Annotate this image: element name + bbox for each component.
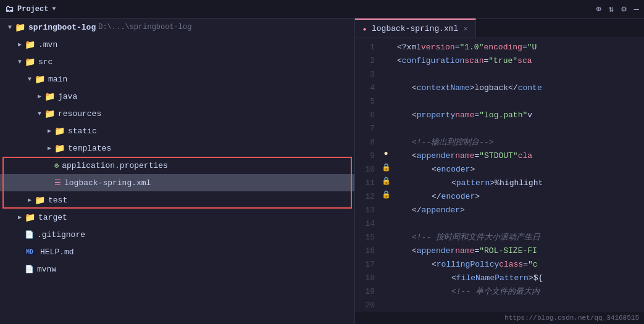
templates-folder-icon: 📁 bbox=[54, 143, 65, 154]
project-panel-title: 🗂 Project ▼ bbox=[5, 4, 56, 14]
code-line-15: <!-- 按时间和文件大小滚动产生日 bbox=[397, 231, 644, 244]
test-folder-icon: 📁 bbox=[35, 195, 45, 206]
line-num-7: 7 bbox=[355, 122, 375, 136]
code-line-12: </ encoder > bbox=[397, 190, 644, 204]
tree-item-mvnw[interactable]: 📄 mvnw bbox=[0, 260, 354, 278]
main-label: main bbox=[48, 75, 67, 84]
code-content[interactable]: <?xml version = "1.0" encoding = "U < co… bbox=[392, 38, 644, 312]
main-arrow: ▼ bbox=[25, 76, 35, 83]
code-line-8: <!--输出到控制台--> bbox=[397, 136, 644, 149]
line-numbers: 1 2 3 4 5 6 7 8 9 10 11 12 13 14 15 16 1… bbox=[355, 38, 380, 312]
code-line-3 bbox=[397, 68, 644, 81]
line-num-12: 12 bbox=[355, 190, 375, 204]
gutter-icon-line12[interactable]: 🔒 bbox=[381, 190, 391, 199]
project-tree: ▼ 📁 springboot-log D:\...\springboot-log… bbox=[0, 19, 354, 324]
gitignore-icon: 📄 bbox=[25, 230, 34, 239]
application-properties-label: application.properties bbox=[62, 161, 168, 170]
root-folder-icon: 📁 bbox=[15, 22, 25, 33]
line-num-10: 10 bbox=[355, 163, 375, 177]
minimize-icon[interactable]: — bbox=[634, 4, 639, 14]
gutter-icon-line9[interactable]: ● bbox=[381, 149, 391, 158]
root-path: D:\...\springboot-log bbox=[98, 23, 191, 31]
tree-item-help-md[interactable]: MD HELP.md bbox=[0, 243, 354, 260]
helpmd-label: HELP.md bbox=[40, 247, 74, 257]
target-folder-icon: 📁 bbox=[25, 212, 35, 223]
line-num-17: 17 bbox=[355, 258, 375, 272]
java-arrow: ▶ bbox=[35, 93, 44, 100]
tree-item-java[interactable]: ▶ 📁 java bbox=[0, 88, 354, 105]
tree-item-target[interactable]: ▶ 📁 target bbox=[0, 209, 354, 226]
editor-gutter: ● 🔒 🔒 🔒 bbox=[380, 38, 392, 312]
code-line-5 bbox=[397, 95, 644, 109]
gitignore-label: .gitignore bbox=[37, 230, 85, 239]
tree-item-templates[interactable]: ▶ 📁 templates bbox=[0, 139, 354, 157]
line-num-20: 20 bbox=[355, 299, 375, 312]
code-line-10: < encoder > bbox=[397, 163, 644, 177]
tree-item-static[interactable]: ▶ 📁 static bbox=[0, 122, 354, 139]
tree-item-main[interactable]: ▼ 📁 main bbox=[0, 70, 354, 88]
tree-item-application-properties[interactable]: ⚙ application.properties bbox=[0, 157, 354, 174]
tab-close-button[interactable]: ✕ bbox=[463, 24, 467, 33]
gutter-icon-line10[interactable]: 🔒 bbox=[381, 163, 391, 172]
editor-panel: ⬥ logback-spring.xml ✕ 1 2 3 4 5 6 7 8 9… bbox=[355, 19, 644, 324]
code-line-4: < contextName > logback </ conte bbox=[397, 81, 644, 95]
line-num-3: 3 bbox=[355, 68, 375, 81]
editor-body[interactable]: 1 2 3 4 5 6 7 8 9 10 11 12 13 14 15 16 1… bbox=[355, 38, 644, 312]
tree-root[interactable]: ▼ 📁 springboot-log D:\...\springboot-log bbox=[0, 19, 354, 36]
line-num-5: 5 bbox=[355, 95, 375, 109]
mvn-folder-icon: 📁 bbox=[25, 39, 35, 50]
static-arrow: ▶ bbox=[44, 127, 54, 135]
mvnw-icon: 📄 bbox=[25, 265, 34, 274]
editor-tab-bar: ⬥ logback-spring.xml ✕ bbox=[355, 19, 644, 38]
bottom-bar: https://blog.csdn.net/qq_34168515 bbox=[355, 312, 644, 324]
tab-label: logback-spring.xml bbox=[372, 24, 458, 33]
tree-item-gitignore[interactable]: 📄 .gitignore bbox=[0, 226, 354, 243]
line-num-15: 15 bbox=[355, 231, 375, 244]
toolbar-icons: ⊕ ⇅ ⚙ — bbox=[596, 4, 639, 14]
project-label: Project bbox=[17, 5, 48, 14]
java-folder-icon: 📁 bbox=[44, 91, 55, 102]
highlighted-file-group: ⚙ application.properties ☰ logback-sprin… bbox=[0, 157, 354, 209]
gutter-icon-line11[interactable]: 🔒 bbox=[381, 177, 391, 186]
url-watermark: https://blog.csdn.net/qq_34168515 bbox=[504, 314, 639, 322]
tree-item-resources[interactable]: ▼ 📁 resources bbox=[0, 105, 354, 122]
mvnw-label: mvnw bbox=[37, 265, 56, 274]
line-num-9: 9 bbox=[355, 149, 375, 163]
static-folder-icon: 📁 bbox=[54, 126, 65, 136]
editor-tab-logback[interactable]: ⬥ logback-spring.xml ✕ bbox=[355, 19, 476, 38]
project-dropdown-icon[interactable]: ▼ bbox=[52, 6, 56, 12]
code-line-1: <?xml version = "1.0" encoding = "U bbox=[397, 41, 644, 54]
code-line-2: < configuration scan = "true" sca bbox=[397, 54, 644, 68]
xml-file-icon: ☰ bbox=[54, 178, 61, 188]
line-num-13: 13 bbox=[355, 204, 375, 217]
add-icon[interactable]: ⊕ bbox=[596, 4, 601, 14]
tree-item-logback-xml[interactable]: ☰ logback-spring.xml bbox=[0, 174, 354, 191]
java-label: java bbox=[58, 92, 77, 101]
code-line-13: </ appender > bbox=[397, 204, 644, 217]
src-label: src bbox=[38, 57, 52, 67]
top-bar: 🗂 Project ▼ ⊕ ⇅ ⚙ — bbox=[0, 0, 644, 19]
main-layout: ▼ 📁 springboot-log D:\...\springboot-log… bbox=[0, 19, 644, 324]
tree-item-test[interactable]: ▶ 📁 test bbox=[0, 191, 354, 209]
code-line-7 bbox=[397, 122, 644, 136]
code-line-20 bbox=[397, 299, 644, 312]
resources-folder-icon: 📁 bbox=[44, 109, 55, 119]
code-line-16: < appender name = "ROL-SIZE-FI bbox=[397, 244, 644, 258]
code-line-18: < fileNamePattern > ${ bbox=[397, 272, 644, 285]
tree-item-src[interactable]: ▼ 📁 src bbox=[0, 53, 354, 70]
code-line-19: <!-- 单个文件的最大内 bbox=[397, 285, 644, 299]
sort-icon[interactable]: ⇅ bbox=[609, 4, 614, 14]
logback-xml-label: logback-spring.xml bbox=[64, 178, 151, 188]
project-panel: ▼ 📁 springboot-log D:\...\springboot-log… bbox=[0, 19, 355, 324]
main-folder-icon: 📁 bbox=[35, 74, 45, 85]
settings-icon[interactable]: ⚙ bbox=[621, 4, 626, 14]
tree-item-mvn[interactable]: ▶ 📁 .mvn bbox=[0, 36, 354, 53]
line-num-1: 1 bbox=[355, 41, 375, 54]
resources-arrow: ▼ bbox=[35, 110, 44, 117]
src-folder-icon: 📁 bbox=[25, 57, 35, 67]
line-num-16: 16 bbox=[355, 244, 375, 258]
test-label: test bbox=[48, 196, 67, 205]
code-line-6: < property name = "log.path" v bbox=[397, 109, 644, 122]
line-num-4: 4 bbox=[355, 81, 375, 95]
target-label: target bbox=[38, 213, 67, 222]
